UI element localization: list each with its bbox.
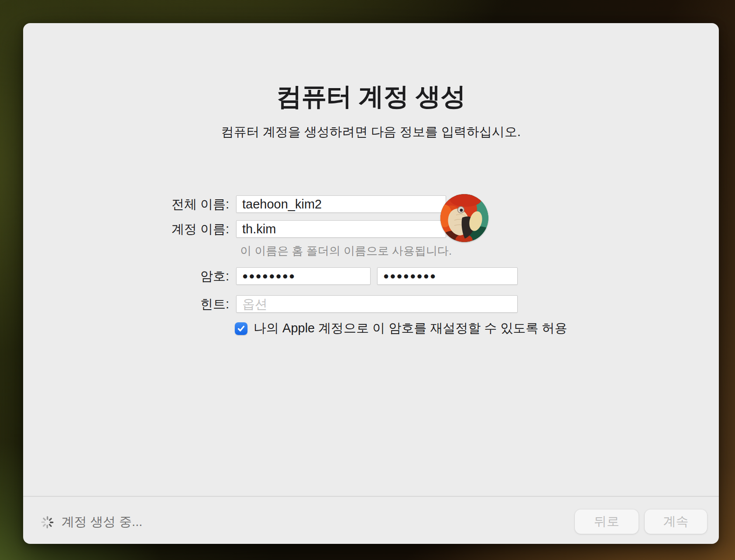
apple-id-reset-checkbox[interactable] [235,322,247,335]
page-subtitle: 컴퓨터 계정을 생성하려면 다음 정보를 입력하십시오. [23,123,719,141]
setup-assistant-window: 컴퓨터 계정 생성 컴퓨터 계정을 생성하려면 다음 정보를 입력하십시오. 전… [23,23,719,544]
parrot-photo-icon [440,194,488,242]
apple-id-reset-label: 나의 Apple 계정으로 이 암호를 재설정할 수 있도록 허용 [254,320,567,337]
full-name-input[interactable] [236,195,446,213]
account-name-helper-text: 이 이름은 홈 폴더의 이름으로 사용됩니다. [240,243,452,259]
status-row: 계정 생성 중... [41,513,142,531]
full-name-label: 전체 이름: [124,195,229,213]
password-verify-input[interactable] [377,267,518,285]
status-text: 계정 생성 중... [62,513,142,531]
spinner-icon [41,516,54,529]
account-name-input[interactable] [236,220,446,238]
account-avatar[interactable] [440,194,488,242]
check-icon [237,324,245,333]
continue-button[interactable]: 계속 [645,509,707,534]
page-title: 컴퓨터 계정 생성 [23,80,719,114]
account-name-label: 계정 이름: [124,220,229,238]
apple-id-reset-row: 나의 Apple 계정으로 이 암호를 재설정할 수 있도록 허용 [235,320,567,337]
footer-divider [23,496,719,497]
hint-input[interactable] [236,295,518,313]
password-label: 암호: [124,267,229,285]
back-button[interactable]: 뒤로 [575,509,639,534]
hint-label: 힌트: [124,295,229,313]
desktop-background: { "window": { "title": "컴퓨터 계정 생성", "sub… [0,0,735,560]
password-input[interactable] [236,267,371,285]
